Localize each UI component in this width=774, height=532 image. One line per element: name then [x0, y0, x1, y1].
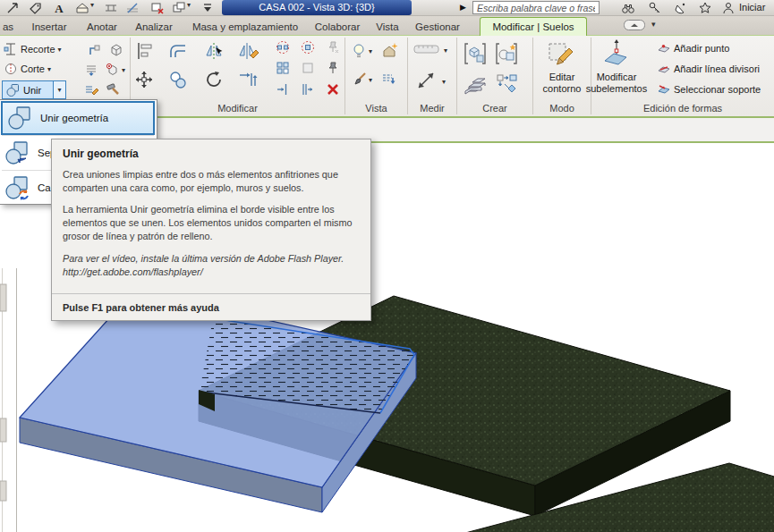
favorites-star-icon[interactable] — [698, 1, 712, 15]
wall-stack-icon[interactable] — [462, 73, 489, 97]
corte-button[interactable]: Corte▾ — [4, 62, 51, 76]
title-bar: A ▾ ▾ CASA 002 - Vista 3D: {3D} ▶ Inicia… — [0, 0, 774, 16]
revit-window: A ▾ ▾ CASA 002 - Vista 3D: {3D} ▶ Inicia… — [0, 0, 774, 532]
pin-icon[interactable] — [326, 61, 340, 75]
render-icon[interactable] — [381, 43, 397, 59]
anadir-linea-divisoria-button[interactable]: Añadir línea divisori — [674, 63, 760, 74]
measure-caret[interactable]: ▾ — [442, 78, 446, 86]
customize-qat-icon[interactable] — [200, 1, 215, 15]
modificar-subelementos-icon[interactable] — [601, 38, 632, 70]
ribbon-collapse-button[interactable] — [624, 20, 645, 30]
section-icon[interactable] — [104, 1, 118, 15]
lightbulb-icon[interactable] — [351, 43, 367, 59]
unir-button-active[interactable]: Unir — [2, 80, 54, 99]
cut-geometry-icon[interactable] — [276, 40, 290, 55]
ribbon-tab-bar: as Insertar Anotar Analizar Masa y empla… — [0, 16, 774, 36]
corte-icon — [4, 62, 18, 76]
cube-exclude-caret[interactable]: ▾ — [122, 66, 125, 74]
legend-component-icon[interactable] — [496, 73, 521, 97]
tooltip-video-note: Para ver el vídeo, instale la última ver… — [63, 252, 360, 279]
rotate-icon[interactable] — [204, 70, 224, 89]
mirror-draw-axis-icon[interactable] — [238, 41, 259, 61]
move-icon[interactable] — [134, 70, 154, 89]
modify-arrow-icon[interactable] — [5, 1, 20, 15]
uncut-geometry-icon[interactable] — [301, 40, 315, 55]
search-binoculars-icon[interactable] — [621, 1, 635, 15]
paint-lines-icon[interactable] — [84, 82, 98, 97]
thin-lines-icon[interactable] — [125, 1, 140, 15]
array-icon[interactable] — [276, 61, 290, 75]
tooltip-paragraph-2: La herramienta Unir geometría elimina el… — [63, 203, 360, 243]
multi-trim-icon[interactable] — [301, 82, 315, 97]
tab-vista[interactable]: Vista — [370, 18, 404, 36]
subscription-key-icon[interactable] — [648, 1, 662, 15]
delete-icon[interactable] — [326, 82, 340, 97]
seleccionar-soporte-icon[interactable] — [657, 82, 671, 97]
tab-analizar[interactable]: Analizar — [129, 18, 179, 36]
group-disabled-icon — [301, 61, 315, 75]
tab-insertar[interactable]: Insertar — [23, 18, 75, 36]
panel-caption-modo: Modo — [533, 103, 591, 116]
panel-caption-modificar: Modificar — [131, 103, 344, 116]
anadir-punto-icon[interactable] — [657, 41, 671, 55]
modificar-subelementos-button[interactable]: Modificar subelementos — [582, 72, 651, 94]
ruler-caret: ▾ — [444, 46, 447, 55]
text-icon[interactable]: A — [52, 1, 66, 15]
tab-gestionar[interactable]: Gestionar — [410, 18, 465, 36]
close-hidden-windows-icon[interactable] — [150, 1, 165, 15]
left-panel-edge — [0, 268, 17, 532]
signin-person-icon[interactable] — [721, 1, 736, 15]
panel-caption-crear: Crear — [457, 103, 532, 116]
cascade-lines-icon[interactable] — [381, 72, 397, 88]
panel-caption-edicion-de-formas: Edición de formas — [591, 103, 774, 116]
anadir-punto-button[interactable]: Añadir punto — [674, 43, 729, 54]
communication-center-icon[interactable] — [673, 1, 687, 15]
tab-clipped[interactable]: as — [0, 18, 16, 36]
wall-layers-icon[interactable] — [84, 63, 98, 77]
editar-contorno-icon[interactable] — [548, 39, 576, 68]
tab-modificar-suelos-active[interactable]: Modificar | Suelos — [480, 17, 587, 36]
cope-icon[interactable] — [88, 43, 102, 57]
offset-icon[interactable] — [168, 41, 188, 61]
infocenter-arrow-icon[interactable]: ▶ — [460, 3, 466, 12]
unir-dropdown-caret[interactable]: ▾ — [54, 80, 66, 99]
window-title: CASA 002 - Vista 3D: {3D} — [222, 0, 412, 15]
search-input[interactable] — [472, 1, 600, 14]
copy-icon[interactable] — [168, 70, 188, 89]
switch-windows-icon[interactable] — [172, 1, 186, 15]
unir-icon — [5, 83, 20, 97]
cube-exclude-icon[interactable] — [106, 63, 120, 77]
align-icon[interactable] — [134, 41, 154, 61]
tab-colaborar[interactable]: Colaborar — [310, 18, 365, 36]
seleccionar-soporte-button[interactable]: Seleccionar soporte — [674, 84, 761, 95]
paintbrush-caret[interactable]: ▾ — [369, 76, 372, 84]
tab-masa-emplazamiento[interactable]: Masa y emplazamiento — [184, 18, 306, 36]
paintbrush-icon[interactable] — [351, 72, 367, 88]
panel-caption-medir: Medir — [408, 103, 456, 116]
trim-extend-icon[interactable] — [238, 70, 258, 89]
mirror-pick-axis-icon[interactable] — [204, 41, 225, 61]
tooltip-paragraph-1: Crea uniones limpias entre dos o más ele… — [63, 168, 360, 195]
recorte-icon — [4, 42, 18, 56]
cube-geometry-icon[interactable] — [109, 43, 123, 57]
recorte-button[interactable]: Recorte▾ — [4, 42, 62, 56]
default-3d-view-icon[interactable] — [75, 1, 89, 15]
ribbon-collapse-caret[interactable]: ▾ — [651, 20, 656, 29]
switch-windows-caret[interactable]: ▾ — [187, 1, 201, 15]
3d-view-caret[interactable]: ▾ — [90, 1, 105, 15]
create-similar-icon[interactable] — [494, 41, 519, 66]
menu-item-unir-geometria[interactable]: Unir geometría — [1, 101, 155, 135]
anadir-linea-divisoria-icon[interactable] — [657, 62, 671, 76]
cambiar-orden-icon — [4, 174, 30, 201]
align-trim-icon[interactable] — [276, 82, 290, 97]
demolish-hammer-icon[interactable] — [106, 82, 120, 97]
create-group-icon[interactable] — [463, 41, 488, 66]
lightbulb-caret[interactable]: ▾ — [369, 47, 372, 55]
tab-anotar[interactable]: Anotar — [81, 18, 123, 36]
unir-geometria-icon — [6, 105, 33, 131]
signin-label[interactable]: Iniciar — [739, 2, 765, 13]
separar-geometria-icon — [4, 139, 30, 166]
measure-icon[interactable] — [415, 70, 437, 91]
panel-caption-vista: Vista — [345, 103, 407, 116]
tag-icon[interactable] — [29, 1, 43, 15]
